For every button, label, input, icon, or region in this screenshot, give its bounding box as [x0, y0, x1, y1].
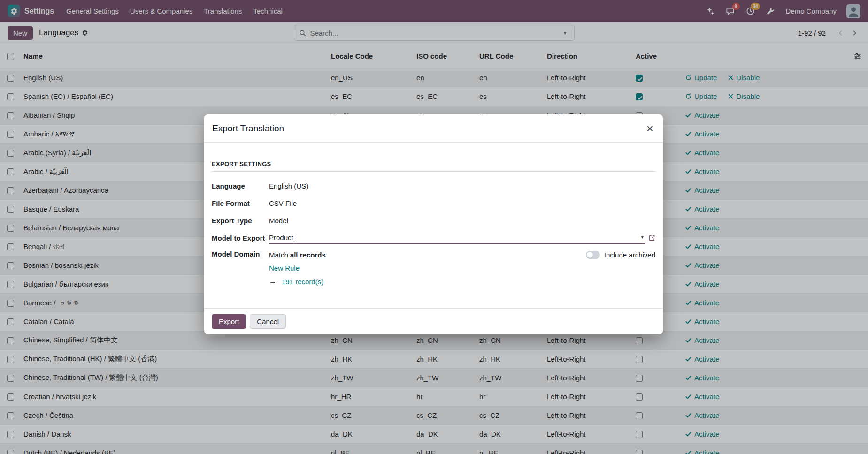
- include-archived-label[interactable]: Include archived: [604, 250, 655, 260]
- domain-match-text: Match: [269, 250, 288, 260]
- chevron-down-icon: ▾: [641, 234, 644, 240]
- model-to-export-value: Product: [269, 234, 293, 242]
- domain-match-bold: all records: [290, 250, 326, 260]
- text-cursor: [294, 234, 295, 242]
- close-icon[interactable]: ×: [646, 122, 653, 135]
- export-type-select[interactable]: Model: [269, 217, 655, 225]
- new-rule-link[interactable]: New Rule: [269, 264, 300, 272]
- records-count-link[interactable]: 191 record(s): [282, 278, 323, 286]
- external-link-icon[interactable]: [648, 235, 655, 242]
- modal-header: Export Translation ×: [204, 114, 663, 143]
- field-model-domain: Model Domain Match all records Include a…: [212, 247, 655, 286]
- field-file-format: File Format CSV File: [212, 195, 655, 212]
- field-export-type: Export Type Model: [212, 212, 655, 229]
- language-select[interactable]: English (US): [269, 182, 655, 190]
- language-label: Language: [212, 182, 269, 190]
- modal-footer: Export Cancel: [204, 308, 663, 334]
- cancel-button[interactable]: Cancel: [250, 314, 286, 329]
- modal-title: Export Translation: [212, 123, 284, 134]
- model-to-export-label: Model to Export: [212, 234, 269, 242]
- section-title: EXPORT SETTINGS: [212, 160, 655, 172]
- arrow-right-icon: →: [269, 277, 277, 286]
- model-domain-label: Model Domain: [212, 250, 269, 258]
- file-format-label: File Format: [212, 199, 269, 207]
- export-translation-modal: Export Translation × EXPORT SETTINGS Lan…: [204, 114, 663, 334]
- settings-languages-screen: Settings General Settings Users & Compan…: [0, 0, 868, 454]
- modal-body: EXPORT SETTINGS Language English (US) Fi…: [204, 143, 663, 308]
- field-model-to-export: Model to Export Product ▾: [212, 229, 655, 247]
- export-type-label: Export Type: [212, 217, 269, 225]
- export-button[interactable]: Export: [212, 314, 246, 329]
- include-archived-toggle[interactable]: [586, 251, 600, 259]
- file-format-select[interactable]: CSV File: [269, 199, 655, 207]
- model-to-export-input[interactable]: Product ▾: [269, 233, 645, 244]
- field-language: Language English (US): [212, 177, 655, 195]
